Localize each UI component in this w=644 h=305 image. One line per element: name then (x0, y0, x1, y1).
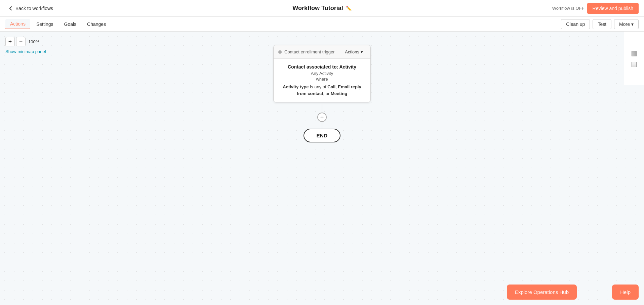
nav-right: Clean up Test More ▾ (561, 19, 639, 29)
trigger-header-label: Contact enrollment trigger (284, 49, 335, 54)
plus-icon: + (320, 114, 324, 120)
trigger-body: Contact associated to: Activity Any Acti… (274, 59, 370, 102)
connector-line-2 (322, 122, 322, 129)
top-bar: Back to workflows Workflow Tutorial ✏️ W… (0, 0, 644, 17)
zoom-level: 100% (27, 39, 41, 44)
workflow-title: Workflow Tutorial (292, 5, 343, 12)
nav-bar: Actions Settings Goals Changes Clean up … (0, 17, 644, 32)
add-node-button[interactable]: + (317, 113, 327, 122)
trigger-title: Contact associated to: Activity (279, 64, 365, 70)
tab-actions[interactable]: Actions (5, 19, 30, 29)
minimap-panel: ▦ ▤ (624, 32, 644, 85)
trigger-dot-icon (278, 50, 282, 54)
workflow-status: Workflow is OFF (552, 6, 585, 11)
edit-title-icon[interactable]: ✏️ (346, 6, 352, 11)
trigger-header: Contact enrollment trigger Actions ▾ (274, 45, 370, 59)
trigger-detail-verb: is any of (310, 84, 327, 89)
end-node: END (304, 129, 340, 142)
trigger-box: Contact enrollment trigger Actions ▾ Con… (273, 45, 371, 102)
tab-changes[interactable]: Changes (82, 19, 111, 29)
workflow-canvas[interactable]: + − 100% Show minimap panel Contact enro… (0, 32, 644, 305)
tab-settings[interactable]: Settings (32, 19, 58, 29)
trigger-detail-comma2: , or (323, 91, 331, 96)
trigger-where: where (279, 77, 365, 82)
minimap-list-icon: ▤ (631, 60, 637, 68)
workflow-title-area: Workflow Tutorial ✏️ (292, 5, 351, 12)
zoom-out-button[interactable]: − (16, 37, 26, 46)
zoom-controls: + − 100% (5, 37, 41, 46)
trigger-actions-chevron-icon: ▾ (361, 49, 363, 54)
trigger-detail-prefix: Activity type (283, 84, 309, 89)
minimap-grid-icon: ▦ (631, 49, 637, 57)
workflow-flow: Contact enrollment trigger Actions ▾ Con… (273, 45, 371, 142)
back-arrow-icon (8, 6, 13, 11)
review-publish-button[interactable]: Review and publish (587, 3, 639, 14)
back-label: Back to workflows (15, 6, 53, 11)
show-minimap-link[interactable]: Show minimap panel (5, 49, 46, 54)
trigger-header-left: Contact enrollment trigger (278, 49, 335, 54)
connector-line-1 (322, 102, 322, 113)
explore-operations-hub-button[interactable]: Explore Operations Hub (507, 285, 577, 300)
trigger-detail: Activity type is any of Call, Email re­p… (279, 84, 365, 97)
nav-left: Actions Settings Goals Changes (5, 19, 111, 29)
help-button[interactable]: Help (612, 285, 639, 300)
chevron-down-icon: ▾ (631, 21, 634, 27)
trigger-actions-button[interactable]: Actions ▾ (342, 49, 366, 55)
back-to-workflows-button[interactable]: Back to workflows (5, 4, 56, 12)
test-button[interactable]: Test (593, 19, 611, 29)
tab-goals[interactable]: Goals (59, 19, 81, 29)
zoom-in-button[interactable]: + (5, 37, 15, 46)
more-button[interactable]: More ▾ (614, 19, 639, 29)
trigger-subtitle: Any Activity (279, 71, 365, 76)
top-bar-right: Workflow is OFF Review and publish (552, 3, 639, 14)
more-label: More (619, 21, 630, 27)
trigger-actions-label: Actions (345, 49, 359, 54)
trigger-detail-call: Call (327, 84, 335, 89)
trigger-detail-meeting: Meeting (331, 91, 347, 96)
clean-up-button[interactable]: Clean up (561, 19, 590, 29)
